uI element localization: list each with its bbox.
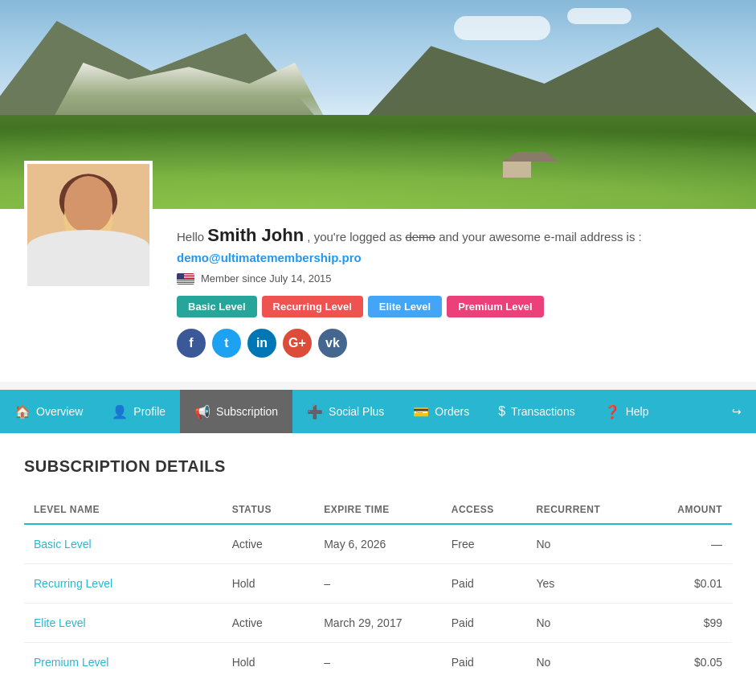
cell-level: Premium Level <box>24 643 223 682</box>
cell-status: Active <box>223 604 315 643</box>
nav-item-orders[interactable]: 💳Orders <box>398 390 484 433</box>
user-name: Smith John <box>207 225 304 245</box>
table-body: Basic Level Active May 6, 2026 Free No —… <box>24 524 732 682</box>
col-header-status: STATUS <box>223 496 315 524</box>
profile-section: Hello Smith John , you're logged as demo… <box>0 209 756 382</box>
table-row: Elite Level Active March 29, 2017 Paid N… <box>24 604 732 643</box>
cell-recurrent: No <box>526 524 632 564</box>
nav-item-profile[interactable]: 👤Profile <box>97 390 180 433</box>
cell-amount: $99 <box>633 604 732 643</box>
cell-expire: May 6, 2026 <box>314 524 442 564</box>
avatar-image <box>27 164 149 286</box>
svg-point-5 <box>76 213 84 219</box>
social plus-icon: ➕ <box>307 404 323 420</box>
orders-icon: 💳 <box>413 404 429 420</box>
cell-expire: – <box>314 643 442 682</box>
nav-label-subscription: Subscription <box>216 405 278 418</box>
svg-point-2 <box>64 190 113 248</box>
email-prefix: and your awesome e-mail address is : <box>439 230 642 244</box>
table-row: Recurring Level Hold – Paid Yes $0.01 <box>24 564 732 604</box>
col-header-amount: AMOUNT <box>633 496 732 524</box>
avatar <box>24 161 153 289</box>
table-row: Basic Level Active May 6, 2026 Free No — <box>24 524 732 564</box>
col-header-recurrent: RECURRENT <box>526 496 632 524</box>
badge-basic-level[interactable]: Basic Level <box>177 296 257 317</box>
badge-elite-level[interactable]: Elite Level <box>368 296 442 317</box>
table-row: Premium Level Hold – Paid No $0.05 <box>24 643 732 682</box>
badge-recurring-level[interactable]: Recurring Level <box>262 296 363 317</box>
cell-recurrent: No <box>526 643 632 682</box>
nav-item-overview[interactable]: 🏠Overview <box>0 390 97 433</box>
col-header-expire: EXPIRE TIME <box>314 496 442 524</box>
cell-recurrent: Yes <box>526 564 632 604</box>
house-area <box>503 145 567 178</box>
subscription-icon: 📢 <box>194 404 210 420</box>
email-line: demo@ultimatemembership.pro <box>177 251 740 264</box>
cell-status: Active <box>223 524 315 564</box>
nav-label-help: Help <box>626 405 649 418</box>
flag-icon <box>177 273 194 285</box>
level-link[interactable]: Recurring Level <box>34 577 112 590</box>
facebook-icon[interactable]: f <box>177 329 206 358</box>
nav-label-orders: Orders <box>435 405 469 418</box>
cell-expire: March 29, 2017 <box>314 604 442 643</box>
cell-access: Free <box>442 524 527 564</box>
twitter-icon[interactable]: t <box>212 329 241 358</box>
svg-point-6 <box>94 213 102 219</box>
cell-amount: — <box>633 524 732 564</box>
member-since: Member since July 14, 2015 <box>177 272 740 285</box>
cell-recurrent: No <box>526 604 632 643</box>
google-plus-icon[interactable]: G+ <box>283 329 312 358</box>
member-since-text: Member since July 14, 2015 <box>201 272 332 285</box>
nav-item-help[interactable]: ❓Help <box>590 390 664 433</box>
cell-level: Elite Level <box>24 604 223 643</box>
col-header-level: LEVEL NAME <box>24 496 223 524</box>
help-icon: ❓ <box>604 404 620 420</box>
greeting-line: Hello Smith John , you're logged as demo… <box>177 225 740 246</box>
svg-point-4 <box>47 254 131 286</box>
cell-level: Basic Level <box>24 524 223 564</box>
logged-as-text: , you're logged as <box>307 230 402 244</box>
nav-item-transactions[interactable]: $Transactions <box>484 390 590 433</box>
svg-rect-3 <box>80 244 98 260</box>
cell-status: Hold <box>223 643 315 682</box>
level-link[interactable]: Elite Level <box>34 616 86 629</box>
linkedin-icon[interactable]: in <box>247 329 276 358</box>
social-icons: ftinG+vk <box>177 329 740 358</box>
cell-access: Paid <box>442 643 527 682</box>
level-link[interactable]: Basic Level <box>34 538 92 551</box>
greeting-text: Hello <box>177 230 204 244</box>
subscription-table: LEVEL NAME STATUS EXPIRE TIME ACCESS REC… <box>24 496 732 682</box>
svg-rect-0 <box>27 164 149 286</box>
cell-amount: $0.05 <box>633 643 732 682</box>
main-content: SUBSCRIPTION DETAILS LEVEL NAME STATUS E… <box>0 433 756 700</box>
section-title: SUBSCRIPTION DETAILS <box>24 457 732 476</box>
nav-label-social plus: Social Plus <box>329 405 384 418</box>
svg-point-1 <box>59 174 117 227</box>
cell-access: Paid <box>442 604 527 643</box>
nav-item-subscription[interactable]: 📢Subscription <box>180 390 292 433</box>
cell-expire: – <box>314 564 442 604</box>
nav-label-overview: Overview <box>36 405 83 418</box>
transactions-icon: $ <box>498 404 505 419</box>
demo-username: demo <box>405 230 435 244</box>
level-link[interactable]: Premium Level <box>34 656 108 669</box>
table-header: LEVEL NAME STATUS EXPIRE TIME ACCESS REC… <box>24 496 732 524</box>
nav-bar: 🏠Overview👤Profile📢Subscription➕Social Pl… <box>0 390 756 433</box>
cell-status: Hold <box>223 564 315 604</box>
level-badges: Basic LevelRecurring LevelElite LevelPre… <box>177 296 740 317</box>
cell-amount: $0.01 <box>633 564 732 604</box>
nav-label-transactions: Transactions <box>511 405 575 418</box>
vk-icon[interactable]: vk <box>318 329 347 358</box>
avatar-svg <box>27 164 149 286</box>
overview-icon: 🏠 <box>14 404 31 420</box>
cell-access: Paid <box>442 564 527 604</box>
profile-icon: 👤 <box>112 404 128 420</box>
cell-level: Recurring Level <box>24 564 223 604</box>
logout-button[interactable]: ↪ <box>717 390 756 433</box>
email-address[interactable]: demo@ultimatemembership.pro <box>177 251 362 264</box>
badge-premium-level[interactable]: Premium Level <box>447 296 544 317</box>
nav-item-social-plus[interactable]: ➕Social Plus <box>292 390 398 433</box>
col-header-access: ACCESS <box>442 496 527 524</box>
nav-label-profile: Profile <box>133 405 166 418</box>
